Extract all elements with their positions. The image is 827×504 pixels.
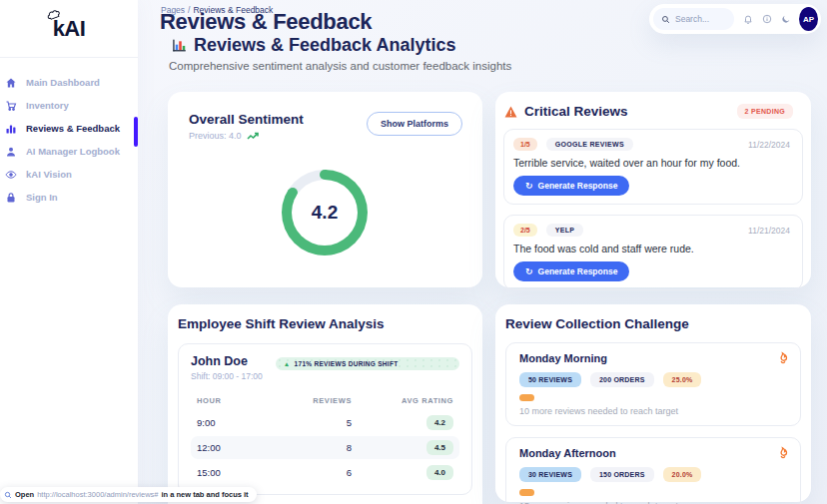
refresh-icon: ↻ <box>525 182 533 191</box>
rating-cell: 4.5 <box>426 440 453 455</box>
hour-cell: 9:00 <box>197 417 267 428</box>
review-date: 11/21/2024 <box>748 226 790 236</box>
employee-shift-hours: Shift: 09:00 - 17:00 <box>191 371 263 381</box>
critical-card-title: Critical Reviews <box>524 104 628 119</box>
app-logo: kAI <box>0 0 138 58</box>
generate-response-button[interactable]: ↻ Generate Response <box>513 176 629 196</box>
generate-response-label: Generate Response <box>538 181 618 191</box>
challenge-note: 10 more reviews needed to reach target <box>519 406 787 416</box>
trend-up-icon <box>247 132 260 141</box>
challenge-card-title: Review Collection Challenge <box>495 304 811 331</box>
lock-icon <box>5 192 17 204</box>
analytics-heading-text: Reviews & Feedback Analytics <box>194 35 455 56</box>
sidebar-item-label: AI Manager Logbook <box>26 146 120 157</box>
critical-reviews-card: Critical Reviews 2 PENDING 1/5 GOOGLE RE… <box>495 92 811 287</box>
hour-cell: 12:00 <box>197 442 267 453</box>
review-text: Terrible service, waited over an hour fo… <box>513 157 790 169</box>
toast-suffix: in a new tab and focus it <box>162 490 249 499</box>
rating-cell: 4.2 <box>426 415 453 430</box>
critical-review-item: 1/5 GOOGLE REVIEWS 11/22/2024 Terrible s… <box>503 129 803 205</box>
shift-card-title: Employee Shift Review Analysis <box>168 304 482 331</box>
sidebar-item-label: Main Dashboard <box>26 77 100 88</box>
home-icon <box>5 77 17 89</box>
platform-badge: GOOGLE REVIEWS <box>546 138 633 151</box>
sidebar-item-sign-in[interactable]: Sign In <box>5 186 138 209</box>
person-icon <box>5 146 17 158</box>
sentiment-card-title: Overall Sentiment <box>189 112 304 127</box>
rate-badge: 25.0% <box>663 372 702 387</box>
progress-fill <box>519 394 534 401</box>
topbar: AP <box>649 4 821 34</box>
eye-icon <box>5 169 17 181</box>
table-row: 12:00 8 4.5 <box>191 436 459 459</box>
shift-table: HOUR REVIEWS AVG RATING 9:00 5 4.2 12:00… <box>191 392 459 484</box>
rating-badge: 1/5 <box>513 138 537 151</box>
progress-fill <box>519 489 534 496</box>
critical-review-item: 2/5 YELP 11/21/2024 The food was cold an… <box>503 215 803 290</box>
search-icon <box>661 15 670 24</box>
refresh-icon: ↻ <box>525 267 533 276</box>
link-icon <box>4 491 12 499</box>
breadcrumb: Pages/Reviews & Feedback <box>161 5 273 15</box>
orders-badge: 200 ORDERS <box>590 372 654 387</box>
dark-mode-moon-icon[interactable] <box>781 14 791 24</box>
flame-icon <box>776 351 789 370</box>
review-text: The food was cold and staff were rude. <box>513 243 790 254</box>
avatar[interactable]: AP <box>799 7 818 31</box>
toast-action: Open <box>15 490 34 499</box>
bar-chart-emoji-icon <box>172 38 187 53</box>
info-icon[interactable] <box>762 14 772 24</box>
reviews-cell: 5 <box>267 417 352 428</box>
reviews-badge: 30 REVIEWS <box>519 467 581 482</box>
table-row: 15:00 6 4.0 <box>191 461 459 484</box>
reviews-badge: 50 REVIEWS <box>519 372 581 387</box>
challenge-item: Monday Afternoon 30 REVIEWS 150 ORDERS 2… <box>505 437 801 504</box>
logo-text: kAI <box>53 16 86 42</box>
orders-badge: 150 ORDERS <box>590 467 654 482</box>
column-avg-rating: AVG RATING <box>352 396 453 405</box>
employee-name: John Doe <box>191 354 263 368</box>
rating-cell: 4.0 <box>426 465 453 480</box>
triangle-up-icon: ▲ <box>284 360 291 367</box>
rate-badge: 20.0% <box>663 467 702 482</box>
rating-badge: 2/5 <box>513 224 537 237</box>
toast-url: http://localhost:3000/admin/reviews# <box>37 490 158 499</box>
warning-triangle-icon <box>504 106 517 118</box>
open-url-toast[interactable]: Open http://localhost:3000/admin/reviews… <box>0 487 257 502</box>
reviews-cell: 8 <box>267 442 352 453</box>
generate-response-label: Generate Response <box>538 266 618 276</box>
sidebar: kAI Main Dashboard Inventory Reviews & F… <box>0 0 138 504</box>
previous-score-label: Previous: 4.0 <box>189 131 242 141</box>
sidebar-item-inventory[interactable]: Inventory <box>5 94 138 117</box>
shift-highlight-text: 171% REVIEWS DURING SHIFT <box>295 360 399 367</box>
search-box <box>653 8 734 30</box>
platform-badge: YELP <box>546 224 583 237</box>
show-platforms-button[interactable]: Show Platforms <box>367 112 462 136</box>
shift-table-header: HOUR REVIEWS AVG RATING <box>191 392 459 409</box>
flame-icon <box>776 446 789 465</box>
breadcrumb-current: Reviews & Feedback <box>193 5 273 15</box>
generate-response-button[interactable]: ↻ Generate Response <box>513 261 629 281</box>
overall-sentiment-card: Overall Sentiment Previous: 4.0 Show Pla… <box>168 92 482 287</box>
breadcrumb-root[interactable]: Pages <box>161 5 185 15</box>
bar-chart-icon <box>5 123 17 135</box>
notifications-bell-icon[interactable] <box>743 14 753 24</box>
table-row: 9:00 5 4.2 <box>191 411 459 434</box>
shift-highlight-banner: ▲ 171% REVIEWS DURING SHIFT <box>276 357 459 370</box>
sidebar-item-main-dashboard[interactable]: Main Dashboard <box>5 71 138 94</box>
review-date: 11/22/2024 <box>748 140 790 150</box>
sidebar-item-kai-vision[interactable]: kAI Vision <box>5 163 138 186</box>
employee-shift-item: John Doe Shift: 09:00 - 17:00 ▲ 171% REV… <box>178 343 472 495</box>
sidebar-nav: Main Dashboard Inventory Reviews & Feedb… <box>0 58 138 209</box>
sidebar-item-reviews-feedback[interactable]: Reviews & Feedback <box>5 117 138 140</box>
challenge-item: Monday Morning 50 REVIEWS 200 ORDERS 25.… <box>505 342 801 426</box>
reviews-cell: 6 <box>267 467 352 478</box>
pending-badge: 2 PENDING <box>737 104 793 119</box>
cart-icon <box>5 100 17 112</box>
donut-center-value: 4.2 <box>282 170 368 255</box>
sidebar-item-label: Inventory <box>26 100 69 111</box>
search-input[interactable] <box>675 14 726 24</box>
sidebar-item-ai-manager-logbook[interactable]: AI Manager Logbook <box>5 140 138 163</box>
challenge-name: Monday Afternoon <box>519 447 787 459</box>
analytics-heading: Reviews & Feedback Analytics <box>172 35 455 56</box>
